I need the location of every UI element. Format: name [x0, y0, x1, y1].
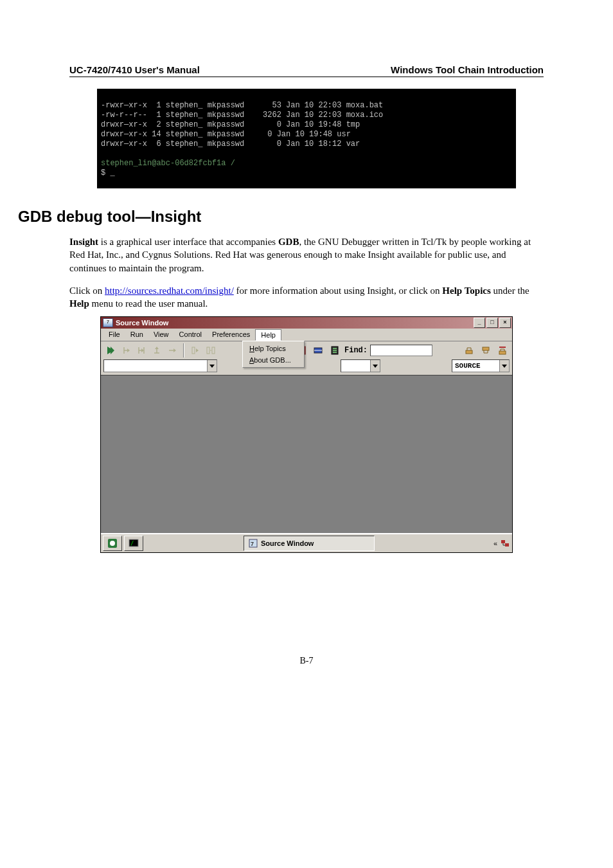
header-right: Windows Tool Chain Introduction [391, 64, 544, 75]
find-label: Find: [344, 346, 368, 355]
menu-view[interactable]: View [148, 329, 174, 340]
svg-marker-17 [373, 365, 378, 368]
stack-icon[interactable] [328, 343, 342, 357]
menu-preferences[interactable]: Preferences [207, 329, 255, 340]
function-combo[interactable] [341, 359, 380, 372]
source-area [101, 375, 512, 533]
tray-network-icon[interactable] [500, 538, 510, 548]
maximize-button[interactable]: □ [486, 318, 498, 328]
bottom-frame-icon[interactable] [495, 343, 510, 357]
titlebar: 7 Source Window _ □ × [101, 317, 512, 329]
mode-combo[interactable]: SOURCE [452, 359, 510, 372]
taskbar-item-label: Source Window [261, 539, 314, 547]
app-icon: 7 [103, 318, 113, 327]
page-number: B-7 [69, 553, 544, 666]
step-icon[interactable] [119, 343, 133, 357]
svg-marker-0 [107, 347, 114, 354]
svg-rect-1 [192, 347, 195, 354]
svg-marker-16 [209, 365, 215, 368]
section-heading: GDB debug tool—Insight [18, 208, 544, 226]
svg-rect-9 [333, 348, 337, 349]
menubar: File Run View Control Preferences Help [101, 329, 512, 341]
insight-link[interactable]: http://sources.redhat.com/insight/ [105, 285, 234, 296]
svg-rect-11 [333, 352, 337, 353]
svg-rect-3 [212, 347, 215, 354]
run-icon[interactable] [103, 343, 118, 357]
menu-file[interactable]: File [103, 329, 125, 340]
svg-text:/: / [130, 540, 134, 547]
svg-rect-13 [483, 347, 489, 350]
taskbar: / 7 Source Window « [101, 533, 512, 552]
memory-icon[interactable] [311, 343, 325, 357]
app-window: 7 Source Window _ □ × File Run View Cont… [100, 316, 513, 553]
menu-help[interactable]: Help [255, 329, 281, 341]
help-topics-item[interactable]: Help Topics [243, 343, 304, 354]
asm-next-icon[interactable] [204, 343, 218, 357]
asm-step-icon[interactable] [188, 343, 202, 357]
up-frame-icon[interactable] [479, 343, 493, 357]
svg-point-20 [110, 541, 115, 546]
next-icon[interactable] [134, 343, 148, 357]
menu-run[interactable]: Run [125, 329, 148, 340]
continue-icon[interactable] [165, 343, 179, 357]
minimize-button[interactable]: _ [474, 318, 485, 328]
app-taskbar-icon: 7 [248, 538, 258, 548]
terminal-output: -rwxr—xr-x 1 stephen_ mkpasswd 53 Jan 10… [97, 89, 516, 188]
file-combo[interactable] [103, 359, 217, 372]
header-left: UC-7420/7410 User's Manual [69, 64, 200, 75]
svg-marker-18 [502, 365, 507, 368]
about-gdb-item[interactable]: About GDB... [243, 354, 304, 366]
start-button[interactable] [103, 536, 122, 551]
svg-rect-26 [505, 543, 509, 547]
tray-chevron[interactable]: « [493, 539, 497, 547]
down-frame-icon[interactable] [462, 343, 476, 357]
paragraph-1: Insight is a graphical user interface th… [69, 235, 544, 275]
paragraph-2: Click on http://sources.redhat.com/insig… [69, 284, 544, 311]
menu-control[interactable]: Control [174, 329, 207, 340]
quicklaunch-button[interactable]: / [124, 536, 143, 551]
toolbar-separator [183, 343, 184, 357]
svg-text:7: 7 [251, 541, 254, 547]
svg-rect-10 [333, 350, 337, 351]
source-label: SOURCE [455, 362, 481, 370]
svg-rect-14 [499, 351, 506, 354]
window-title: Source Window [116, 319, 168, 327]
close-button[interactable]: × [499, 318, 511, 328]
terminal-icon: / [129, 538, 139, 548]
toolbar: Help Topics About GDB... [101, 341, 512, 359]
svg-rect-2 [207, 347, 209, 354]
taskbar-source-window[interactable]: 7 Source Window [244, 536, 375, 551]
svg-rect-12 [466, 350, 472, 354]
help-dropdown: Help Topics About GDB... [242, 341, 305, 368]
find-input[interactable] [370, 345, 432, 356]
svg-rect-25 [501, 540, 505, 543]
finish-icon[interactable] [150, 343, 164, 357]
start-icon [107, 538, 118, 548]
